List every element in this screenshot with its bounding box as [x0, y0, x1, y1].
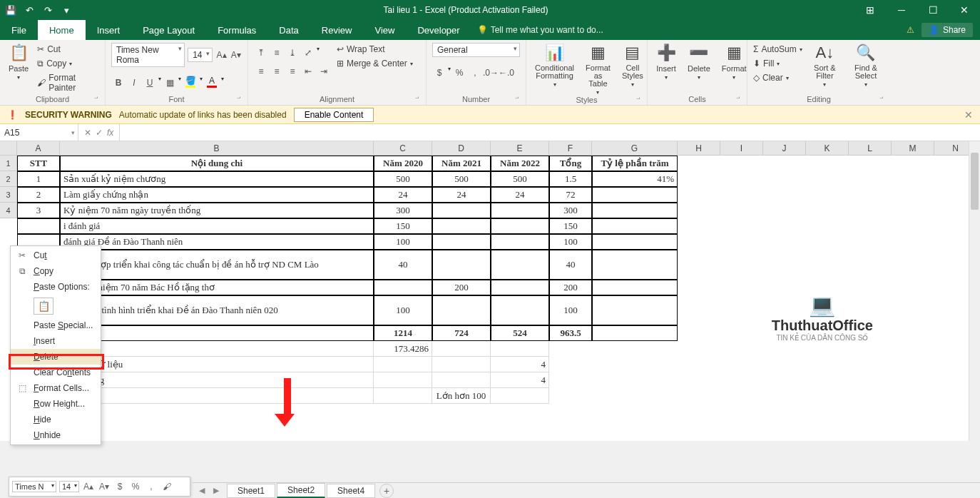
- ctx-item-6[interactable]: Delete: [11, 349, 101, 365]
- maximize-icon[interactable]: ☐: [917, 0, 949, 20]
- cell-2020-6[interactable]: [374, 280, 432, 295]
- cell-extra-d-0[interactable]: [432, 341, 491, 357]
- fx-icon[interactable]: fx: [107, 128, 113, 138]
- decrease-font-icon[interactable]: A▾: [230, 48, 242, 62]
- cell-2022-0[interactable]: 500: [491, 171, 549, 187]
- cell-extra-d-1[interactable]: [432, 357, 491, 372]
- share-button[interactable]: 👤Share: [922, 23, 973, 37]
- align-bottom-icon[interactable]: ⤓: [285, 46, 300, 60]
- cell-extra-e-1[interactable]: 4: [491, 357, 549, 372]
- col-header-l[interactable]: L: [849, 141, 892, 155]
- cell-2022-7[interactable]: [491, 295, 549, 325]
- cell-2021-0[interactable]: 500: [432, 171, 491, 187]
- col-header-f[interactable]: F: [549, 141, 592, 155]
- insert-cells-button[interactable]: ➕Insert▾: [653, 43, 679, 81]
- cell-tong-7[interactable]: 100: [549, 295, 592, 325]
- cell-tyle-1[interactable]: [592, 187, 678, 203]
- align-right-icon[interactable]: ≡: [285, 64, 300, 78]
- autosum-button[interactable]: ΣAutoSum▾: [753, 43, 802, 56]
- currency-icon[interactable]: $: [432, 66, 446, 80]
- tab-insert[interactable]: Insert: [86, 20, 132, 40]
- cell-tong-4[interactable]: 100: [549, 234, 592, 250]
- cell-nd-7[interactable]: , giám sát tình hình triển khai Đề án Đà…: [60, 295, 374, 325]
- align-top-icon[interactable]: ⤒: [254, 46, 268, 60]
- undo-icon[interactable]: ↶: [21, 2, 37, 18]
- ctx-item-11[interactable]: Unhide: [11, 427, 101, 441]
- cell-2020-5[interactable]: 40: [374, 250, 432, 280]
- tell-me-search[interactable]: 💡Tell me what you want to do...: [471, 20, 603, 40]
- paste-option-icon[interactable]: 📋: [34, 298, 53, 315]
- cell-tong-3[interactable]: 150: [549, 218, 592, 234]
- scrollbar-thumb[interactable]: [971, 153, 979, 210]
- cell-2021-1[interactable]: 24: [432, 187, 491, 203]
- cell-tong-1[interactable]: 72: [549, 187, 592, 203]
- cell-extra-b-0[interactable]: h: [60, 341, 374, 357]
- paste-button[interactable]: 📋 Paste ▾: [6, 43, 31, 81]
- cell-2021-8[interactable]: 724: [432, 325, 491, 341]
- cell-header-2021[interactable]: Năm 2021: [432, 156, 491, 171]
- cell-2022-5[interactable]: [491, 250, 549, 280]
- cell-2022-2[interactable]: [491, 203, 549, 218]
- ctx-item-4[interactable]: Paste Special...: [11, 317, 101, 333]
- cell-extra-e-0[interactable]: [491, 341, 549, 357]
- orientation-icon[interactable]: ⤢: [301, 46, 315, 60]
- merge-center-button[interactable]: ⊞Merge & Center▾: [337, 57, 413, 70]
- fill-color-button[interactable]: 🪣: [183, 76, 198, 90]
- cell-2020-7[interactable]: 100: [374, 295, 432, 325]
- decrease-decimal-icon[interactable]: ←.0: [499, 66, 514, 80]
- col-header-i[interactable]: I: [720, 141, 763, 155]
- minimize-icon[interactable]: ─: [886, 0, 917, 20]
- col-header-m[interactable]: M: [892, 141, 934, 155]
- cell-tong-0[interactable]: 1.5: [549, 171, 592, 187]
- cell-tong-8[interactable]: 963.5: [549, 325, 592, 341]
- tab-view[interactable]: View: [363, 20, 406, 40]
- save-icon[interactable]: 💾: [3, 2, 19, 18]
- cut-button[interactable]: ✂Cut: [37, 43, 99, 56]
- cell-nd-8[interactable]: [60, 325, 374, 341]
- ctx-item-5[interactable]: Insert: [11, 333, 101, 349]
- indent-dec-icon[interactable]: ⇤: [301, 64, 315, 78]
- ctx-paste-option[interactable]: 📋: [11, 295, 101, 317]
- bold-button[interactable]: B: [111, 76, 126, 90]
- align-middle-icon[interactable]: ≡: [270, 46, 284, 60]
- cell-header-nd[interactable]: Nội dung chi: [60, 156, 374, 171]
- ctx-item-2[interactable]: Paste Options:: [11, 279, 101, 295]
- row-header-4[interactable]: 4: [0, 203, 17, 218]
- redo-icon[interactable]: ↷: [40, 2, 56, 18]
- cell-nd-1[interactable]: Làm giấy chứng nhận: [60, 187, 374, 203]
- cell-extra-c-1[interactable]: [374, 357, 432, 372]
- ribbon-options-icon[interactable]: ⊞: [854, 0, 886, 20]
- cell-extra-c-3[interactable]: [374, 388, 432, 404]
- italic-button[interactable]: I: [127, 76, 141, 90]
- border-button[interactable]: ▦: [163, 76, 177, 90]
- align-left-icon[interactable]: ≡: [254, 64, 268, 78]
- clear-button[interactable]: ◇Clear▾: [753, 71, 802, 84]
- row-header-2[interactable]: 2: [0, 171, 17, 187]
- conditional-formatting-button[interactable]: 📊Conditional Formatting▾: [532, 43, 577, 88]
- close-icon[interactable]: ✕: [949, 0, 980, 20]
- cell-tyle-4[interactable]: [592, 234, 678, 250]
- underline-button[interactable]: U: [143, 76, 157, 90]
- wrap-text-button[interactable]: ↩Wrap Text: [337, 43, 413, 56]
- select-all-corner[interactable]: [0, 141, 17, 155]
- cell-2020-1[interactable]: 24: [374, 187, 432, 203]
- col-header-k[interactable]: K: [806, 141, 849, 155]
- increase-font-icon[interactable]: A▴: [215, 48, 227, 62]
- cell-tyle-7[interactable]: [592, 295, 678, 325]
- enter-formula-icon[interactable]: ✓: [96, 128, 103, 138]
- cell-2020-4[interactable]: 100: [374, 234, 432, 250]
- cell-2022-4[interactable]: [491, 234, 549, 250]
- name-box[interactable]: A15: [0, 124, 78, 141]
- tab-data[interactable]: Data: [267, 20, 310, 40]
- cell-extra-d-2[interactable]: [432, 372, 491, 388]
- col-header-d[interactable]: D: [432, 141, 491, 155]
- cell-styles-button[interactable]: ▤Cell Styles▾: [619, 43, 646, 88]
- cell-extra-e-3[interactable]: [491, 388, 549, 404]
- cell-nd-6[interactable]: động kỷ niệm 70 năm Bác Hồ tặng thơ: [60, 280, 374, 295]
- cell-2021-7[interactable]: [432, 295, 491, 325]
- font-size-select[interactable]: 14: [188, 48, 213, 62]
- cell-tyle-0[interactable]: 41%: [592, 171, 678, 187]
- format-as-table-button[interactable]: ▦Format as Table▾: [583, 43, 613, 96]
- find-select-button[interactable]: 🔍Find & Select▾: [847, 43, 884, 88]
- vertical-scrollbar[interactable]: [969, 141, 980, 441]
